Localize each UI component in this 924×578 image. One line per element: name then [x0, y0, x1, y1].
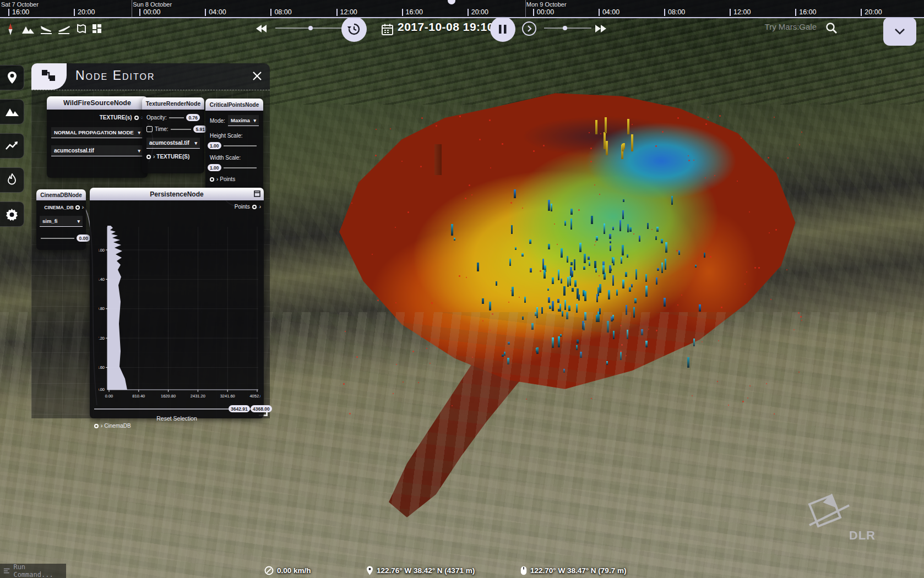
range-high-handle[interactable]: 4368.00: [251, 405, 272, 412]
pause-icon: [498, 24, 507, 34]
grid-icon[interactable]: [91, 23, 102, 36]
cinemadb-output-port[interactable]: [75, 205, 80, 210]
step-forward-button[interactable]: [522, 21, 536, 36]
node-texture-render[interactable]: TextureRenderNode Opacity: 0.76 Time: 5.…: [142, 97, 204, 173]
pause-button[interactable]: [490, 17, 515, 42]
svg-text:1494.40: 1494.40: [99, 277, 105, 282]
svg-text:810.40: 810.40: [132, 394, 145, 399]
current-time-marker[interactable]: [448, 0, 455, 4]
reset-selection-button[interactable]: Reset Selection: [90, 415, 264, 422]
day-separator: [525, 0, 526, 18]
node-title[interactable]: CriticalPointsNode: [205, 99, 263, 111]
cinemadb-input-port[interactable]: [94, 424, 99, 428]
node-wildfire-source[interactable]: WildFireSourceNode TEXTURE(s) › NORMAL P…: [47, 96, 148, 178]
app-window: Sat 7 OctoberSun 8 OctoberMon 9 October …: [0, 0, 924, 578]
chevron-down-icon: [895, 29, 905, 35]
node-persistence[interactable]: PersistenceNode Points › 1368.001494.401…: [90, 188, 264, 418]
texture-file-select[interactable]: acumcostsal.tif: [51, 145, 143, 156]
fast-forward-icon[interactable]: [595, 24, 607, 35]
map-icon[interactable]: [76, 23, 87, 36]
propagation-mode-select[interactable]: NORMAL PROPAGATION MODE: [51, 127, 143, 138]
texture-file-select[interactable]: acumcostsal.tif: [146, 138, 200, 149]
svg-text:1368.00: 1368.00: [99, 248, 105, 253]
mouse-icon: [520, 566, 527, 575]
node-editor-header[interactable]: Node Editor: [31, 63, 270, 90]
compass-icon[interactable]: [4, 23, 17, 38]
sim-select[interactable]: sim_fi: [40, 216, 83, 227]
node-title[interactable]: WildFireSourceNode: [47, 96, 148, 110]
sidebar-item-terrain[interactable]: [0, 99, 24, 124]
node-title[interactable]: CinemaDBNode: [36, 189, 86, 200]
time-label: Time:: [155, 126, 169, 132]
trend-chart-icon: [6, 141, 19, 151]
points-input-port[interactable]: [210, 177, 214, 182]
timeline-tick: 04:00: [599, 9, 619, 16]
svg-text:1620.80: 1620.80: [99, 306, 105, 311]
output-port-label: CINEMA_DB: [44, 205, 74, 210]
node-editor-canvas[interactable]: WildFireSourceNode TEXTURE(s) › NORMAL P…: [31, 90, 270, 418]
calendar-icon[interactable]: [381, 23, 394, 38]
node-editor-tab[interactable]: [31, 63, 67, 90]
collapse-timeline-button[interactable]: [883, 17, 916, 46]
cinemadb-input: › CinemaDB: [94, 423, 131, 429]
height-scale-handle[interactable]: 1.00: [208, 142, 221, 149]
timeline-tick: 08:00: [664, 9, 685, 16]
toolbar: 2017-10-08 19:10:02: [0, 19, 924, 39]
persistence-chart[interactable]: 1368.001494.401620.801747.201873.600.000…: [99, 225, 260, 402]
timeline-bar[interactable]: Sat 7 OctoberSun 8 OctoberMon 9 October …: [0, 0, 924, 18]
width-scale-handle[interactable]: 1.00: [208, 164, 221, 171]
node-title[interactable]: PersistenceNode: [90, 188, 264, 200]
panel-title: Node Editor: [75, 68, 155, 83]
timeline-tick: 04:00: [205, 9, 226, 16]
fire-icon: [7, 173, 17, 187]
terrain-layers-icon[interactable]: [21, 24, 35, 36]
points-output-port[interactable]: [252, 205, 257, 209]
node-cinema-db[interactable]: CinemaDBNode CINEMA_DB › sim_fi 0.00: [36, 189, 86, 250]
time-reset-button[interactable]: [341, 17, 367, 42]
day-separator: [132, 0, 132, 18]
svg-text:4052.00: 4052.00: [249, 394, 260, 399]
output-port-label: Points: [235, 204, 250, 210]
timeline-tick: 16:00: [402, 9, 423, 16]
range-low-handle[interactable]: 3642.91: [229, 405, 250, 412]
close-icon[interactable]: [252, 71, 263, 82]
sidebar-item-settings[interactable]: [0, 201, 24, 227]
location-pin-icon: [366, 566, 373, 575]
texture-input-port[interactable]: [146, 155, 151, 159]
search-input[interactable]: [749, 21, 818, 32]
timeline-tick: 12:00: [336, 9, 357, 16]
plane-takeoff-icon[interactable]: [57, 24, 70, 37]
speed-readout: 0.00 km/h: [264, 566, 311, 575]
sidebar-item-location[interactable]: [0, 65, 24, 90]
opacity-slider-handle[interactable]: 0.76: [186, 114, 200, 121]
node-graph-icon: [41, 69, 57, 84]
dlr-logo-icon: [807, 493, 851, 537]
node-title[interactable]: TextureRenderNode: [142, 97, 204, 110]
mode-label: Mode:: [210, 118, 225, 124]
run-command-box[interactable]: Run Command...: [0, 564, 66, 578]
sidebar-item-statistics[interactable]: [0, 133, 24, 159]
time-checkbox[interactable]: [146, 126, 153, 132]
timeline-tick: 20:00: [468, 9, 488, 16]
sidebar-item-fire[interactable]: [0, 167, 24, 193]
timeline-tick: 20:00: [74, 9, 95, 16]
cinema-slider-handle[interactable]: 0.00: [77, 235, 90, 242]
svg-text:2431.20: 2431.20: [191, 394, 205, 399]
svg-text:0.00: 0.00: [99, 387, 105, 392]
popout-icon[interactable]: [254, 190, 260, 199]
persistence-range-slider[interactable]: 3642.91 4368.00: [94, 405, 260, 413]
node-critical-points[interactable]: CriticalPointsNode Mode: Maxima Height S…: [205, 99, 263, 198]
history-clock-icon: [347, 22, 361, 36]
timeline-tick: 08:00: [270, 9, 291, 16]
rewind-icon[interactable]: [256, 24, 268, 35]
mode-select[interactable]: Maxima: [228, 115, 259, 126]
status-bar: Run Command... 0.00 km/h 122.76° W 38.42…: [0, 561, 924, 578]
playback-speed-slider-right[interactable]: [544, 28, 591, 29]
dlr-logo-text: DLR: [849, 528, 876, 543]
svg-text:0.00: 0.00: [105, 394, 113, 399]
timeline-tick: 16:00: [795, 9, 816, 16]
plane-landing-icon[interactable]: [40, 24, 53, 37]
search-icon[interactable]: [825, 21, 838, 37]
timeline-tick: 00:00: [139, 9, 160, 16]
texture-output-port[interactable]: [134, 116, 139, 120]
